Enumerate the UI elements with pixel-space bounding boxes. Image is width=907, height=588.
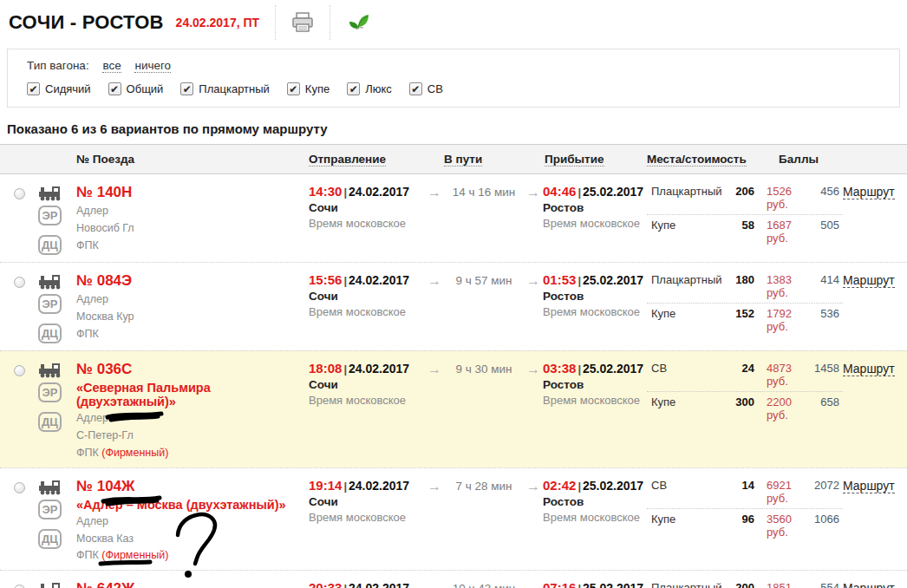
class-seats: 14 xyxy=(723,479,754,492)
class-seats: 24 xyxy=(723,362,754,375)
class-price[interactable]: 1687 руб. xyxy=(754,219,812,245)
train-radio[interactable] xyxy=(14,188,25,199)
class-points: 505 xyxy=(812,219,841,232)
checkbox-lux[interactable]: ✔ Люкс xyxy=(347,82,392,95)
class-price[interactable]: 1383 руб. xyxy=(754,273,812,299)
print-button[interactable] xyxy=(291,12,314,33)
checkbox-icon: ✔ xyxy=(409,82,422,95)
route-link[interactable]: Маршрут xyxy=(843,362,895,376)
select-none-link[interactable]: ничего xyxy=(134,59,171,73)
arrow-right-icon: → xyxy=(524,272,543,343)
class-price[interactable]: 6921 руб. xyxy=(754,479,812,505)
arrow-right-icon: → xyxy=(425,272,444,343)
checkbox-label: СВ xyxy=(427,82,443,95)
er-badge: ЭР xyxy=(38,206,62,225)
select-all-link[interactable]: все xyxy=(102,59,121,73)
checkbox-coupe[interactable]: ✔ Купе xyxy=(287,82,330,95)
train-radio[interactable] xyxy=(14,365,25,376)
arrival-timezone: Время московское xyxy=(543,394,647,407)
eco-leaf-icon xyxy=(346,13,372,32)
travel-date: 24.02.2017, ПТ xyxy=(176,16,259,29)
arrival-time: 03:38 xyxy=(543,361,576,376)
class-line: Плацкартный 180 1383 руб. 414 xyxy=(647,272,843,303)
class-seats: 200 xyxy=(723,581,754,588)
departure-date: 24.02.2017 xyxy=(349,185,409,199)
checkbox-icon: ✔ xyxy=(27,82,40,95)
route-link[interactable]: Маршрут xyxy=(843,479,895,493)
column-header-departure[interactable]: Отправление xyxy=(309,153,425,166)
arrival-timezone: Время московское xyxy=(543,305,647,318)
train-number: № 104Ж xyxy=(76,478,309,495)
trains-table: № Поезда Отправление В пути Прибытие Мес… xyxy=(0,144,907,588)
train-number: № 140Н xyxy=(76,184,309,201)
arrival-station: Ростов xyxy=(543,495,647,508)
train-icon xyxy=(38,186,64,201)
column-header-seats[interactable]: Места/стоимость xyxy=(647,153,747,167)
train-row-642zh: ЭР ДЦ № 642Ж Адлер Ростов Гл ФПК 20:33|2… xyxy=(0,570,907,588)
er-badge: ЭР xyxy=(38,382,62,402)
train-icon xyxy=(38,480,64,495)
train-radio[interactable] xyxy=(14,482,25,493)
checkbox-icon: ✔ xyxy=(347,82,360,95)
class-points: 658 xyxy=(812,395,841,408)
class-line: Плацкартный 200 1851 руб. 554 xyxy=(647,580,843,588)
route-link[interactable]: Маршрут xyxy=(843,185,895,199)
arrival-date: 25.02.2017 xyxy=(583,273,643,287)
departure-date: 24.02.2017 xyxy=(349,581,409,588)
departure-time: 15:56 xyxy=(309,272,342,287)
train-number: № 036С xyxy=(76,361,309,378)
checkbox-seated[interactable]: ✔ Сидячий xyxy=(27,82,91,95)
class-price[interactable]: 1526 руб. xyxy=(754,185,812,211)
class-price[interactable]: 3560 руб. xyxy=(754,513,812,539)
checkbox-label: Купе xyxy=(305,82,330,95)
train-origin: Адлер xyxy=(76,411,309,426)
class-price[interactable]: 2200 руб. xyxy=(754,395,812,421)
class-price[interactable]: 1792 руб. xyxy=(754,307,812,333)
class-line: СВ 14 6921 руб. 2072 xyxy=(647,478,843,508)
class-price[interactable]: 1851 руб. xyxy=(754,581,812,588)
checkbox-sv[interactable]: ✔ СВ xyxy=(409,82,443,95)
class-line: Купе 300 2200 руб. 658 xyxy=(647,391,843,425)
arrival-date: 25.02.2017 xyxy=(583,185,643,199)
class-line: Купе 96 3560 руб. 1066 xyxy=(647,508,843,542)
checkbox-platzkart[interactable]: ✔ Плацкартный xyxy=(180,82,270,95)
class-line: СВ 24 4873 руб. 1458 xyxy=(647,361,843,391)
class-price[interactable]: 4873 руб. xyxy=(754,362,812,388)
route-link[interactable]: Маршрут xyxy=(843,581,895,588)
divider xyxy=(275,5,276,40)
column-header-arrival[interactable]: Прибытие xyxy=(543,153,647,166)
train-radio[interactable] xyxy=(14,277,25,288)
column-header-duration[interactable]: В пути xyxy=(444,153,524,166)
dc-badge: ДЦ xyxy=(38,412,62,432)
class-seats: 300 xyxy=(723,395,754,408)
arrival-time: 04:46 xyxy=(543,184,576,199)
departure-time: 19:14 xyxy=(309,478,342,493)
route-link[interactable]: Маршрут xyxy=(843,273,895,288)
train-icon xyxy=(38,363,64,378)
arrow-right-icon: → xyxy=(524,361,543,461)
column-header-points: Баллы xyxy=(779,153,819,167)
train-origin: Адлер xyxy=(76,204,309,219)
checkbox-icon: ✔ xyxy=(180,82,193,95)
class-type: СВ xyxy=(647,479,723,492)
train-carrier: ФПК xyxy=(76,549,99,561)
checkbox-label: Люкс xyxy=(365,82,392,95)
checkbox-common[interactable]: ✔ Общий xyxy=(108,82,164,95)
column-header-seats-points: Места/стоимость Баллы xyxy=(647,153,843,167)
departure-timezone: Время московское xyxy=(309,305,425,318)
page-header: СОЧИ - РОСТОВ 24.02.2017, ПТ xyxy=(0,0,907,38)
trip-duration: 10 ч 43 мин xyxy=(444,580,524,588)
class-seats: 206 xyxy=(723,185,754,198)
train-origin: Адлер xyxy=(76,292,309,307)
train-radio[interactable] xyxy=(14,585,25,588)
departure-timezone: Время московское xyxy=(309,217,425,230)
train-destination: Москва Кур xyxy=(76,310,309,324)
trip-duration: 14 ч 16 мин xyxy=(444,184,524,255)
dc-badge: ДЦ xyxy=(38,235,62,255)
arrow-right-icon: → xyxy=(524,478,543,564)
departure-station: Сочи xyxy=(309,378,425,391)
class-type: Купе xyxy=(647,219,723,232)
train-name: «Адлер – Москва (двухэтажный)» xyxy=(76,498,309,512)
departure-timezone: Время московское xyxy=(309,511,425,524)
arrival-time: 01:53 xyxy=(543,272,576,287)
